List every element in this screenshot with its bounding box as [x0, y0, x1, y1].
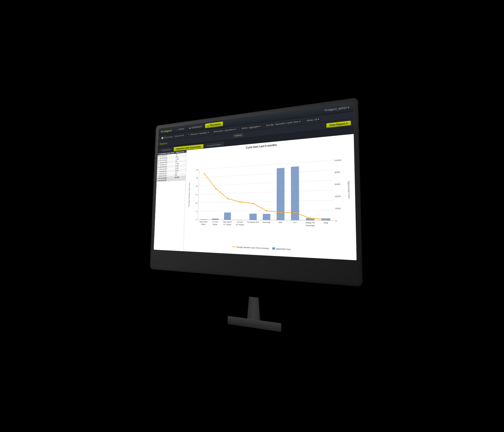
- legend-line-item: Average Operation Cycle Time (In minutes…: [232, 246, 269, 249]
- table-body: Main Board Repair 00:29:50.877 89IO Card…: [156, 153, 186, 182]
- actions-button[interactable]: Actions: [233, 133, 244, 138]
- svg-point-33: [240, 201, 241, 203]
- svg-rect-22: [224, 213, 231, 220]
- legend-line-color: [232, 246, 236, 247]
- svg-text:10000: 10000: [334, 159, 341, 162]
- chart-wrapper: 0510152025300200040006000800010000Main B…: [186, 141, 353, 254]
- chart-svg: 0510152025300200040006000800010000Main B…: [186, 141, 353, 254]
- svg-text:Ready ForAssembly: Ready ForAssembly: [306, 222, 315, 227]
- svg-point-36: [280, 212, 281, 213]
- chart-area: Cycle time Last 6 months 051015202530020…: [183, 134, 357, 260]
- legend-line-label: Average Operation Cycle Time (In minutes…: [237, 246, 269, 249]
- svg-text:IO CardICT Repair: IO CardICT Repair: [236, 221, 244, 226]
- svg-line-1: [199, 170, 333, 178]
- nav-dashboard-label: Dashboard: [192, 125, 202, 129]
- discovery-icon: ▲: [207, 124, 209, 127]
- user-name: Proligent_admin ▾: [324, 106, 349, 112]
- svg-text:25: 25: [196, 177, 198, 179]
- svg-text:IO CardRepair: IO CardRepair: [212, 221, 218, 225]
- main-content: Operations Operation Cycle Time Opportun…: [154, 134, 357, 260]
- app-logo: Proligent: [161, 129, 172, 133]
- svg-line-2: [199, 180, 333, 186]
- monitor-wrapper: Proligent ⌂ Home ◉ Dashboard ▲ Discovery: [148, 94, 393, 349]
- nav-discovery[interactable]: ▲ Discovery: [205, 121, 223, 128]
- nav-home[interactable]: ⌂ Home: [175, 126, 186, 132]
- svg-text:Functional Test: Functional Test: [247, 221, 259, 223]
- svg-text:4000: 4000: [335, 195, 340, 198]
- svg-text:2000: 2000: [335, 207, 341, 210]
- svg-text:30: 30: [196, 169, 198, 171]
- edit-icon: ✎: [188, 133, 190, 136]
- filter-show[interactable]: Show: All ▾: [304, 117, 322, 123]
- svg-text:20: 20: [196, 185, 198, 188]
- data-table: Operations Operation Cycle Time Opportun…: [154, 150, 187, 251]
- user-menu[interactable]: Proligent_admin ▾: [324, 106, 349, 112]
- svg-line-4: [198, 200, 334, 203]
- svg-text:10: 10: [195, 202, 197, 204]
- svg-rect-21: [212, 219, 218, 220]
- svg-text:Main BoardRepair: Main BoardRepair: [200, 221, 207, 225]
- legend-bar-color: [272, 247, 275, 250]
- svg-text:Ship: Ship: [324, 222, 328, 224]
- svg-rect-25: [263, 214, 270, 220]
- svg-text:Main BoardICT Repair: Main BoardICT Repair: [223, 221, 232, 226]
- svg-line-50: [198, 220, 334, 220]
- svg-text:5: 5: [196, 210, 197, 213]
- svg-rect-26: [277, 168, 285, 220]
- reports-link[interactable]: Reports ▾: [160, 142, 167, 145]
- dashboard-icon: ◉: [189, 127, 191, 129]
- svg-text:SMT: SMT: [279, 221, 282, 223]
- svg-text:ICT: ICT: [293, 222, 297, 224]
- legend-bar-item: Opportunity Count: [272, 247, 291, 250]
- svg-rect-28: [306, 218, 314, 220]
- svg-rect-29: [322, 218, 330, 220]
- legend-bar-label: Opportunity Count: [276, 248, 291, 250]
- svg-text:6000: 6000: [335, 183, 340, 186]
- reports-link-label: Reports ▾: [160, 142, 167, 145]
- svg-point-38: [309, 218, 311, 219]
- view-report-button[interactable]: View Report ▾: [326, 121, 351, 128]
- svg-text:Opportunity Count: Opportunity Count: [347, 181, 350, 198]
- svg-text:15: 15: [196, 194, 198, 196]
- nav-home-label: Home: [178, 127, 184, 131]
- svg-text:Assembly: Assembly: [262, 221, 271, 224]
- monitor-bezel: Proligent ⌂ Home ◉ Dashboard ▲ Discovery: [150, 97, 363, 287]
- screen: Proligent ⌂ Home ◉ Dashboard ▲ Discovery: [154, 102, 357, 260]
- svg-rect-27: [291, 166, 299, 220]
- svg-point-37: [294, 212, 296, 213]
- monitor-stand: [228, 294, 281, 332]
- svg-text:0: 0: [335, 219, 337, 222]
- svg-line-0: [199, 160, 333, 169]
- calendar-icon: 📅: [161, 137, 163, 139]
- chart-legend: Average Operation Cycle Time (In minutes…: [232, 246, 291, 250]
- svg-rect-24: [249, 214, 257, 220]
- svg-point-35: [266, 210, 267, 212]
- svg-text:0: 0: [196, 219, 197, 221]
- stand-neck: [246, 296, 262, 321]
- svg-line-5: [198, 210, 334, 211]
- svg-point-39: [325, 219, 327, 220]
- svg-text:8000: 8000: [334, 171, 340, 174]
- svg-text:Average Operation Cycle Time: Average Operation Cycle Time: [188, 183, 191, 207]
- monitor-container: Proligent ⌂ Home ◉ Dashboard ▲ Discovery: [134, 108, 370, 324]
- home-icon: ⌂: [177, 128, 178, 131]
- nav-dashboard[interactable]: ◉ Dashboard: [187, 124, 204, 131]
- nav-discovery-label: Discovery: [210, 123, 221, 127]
